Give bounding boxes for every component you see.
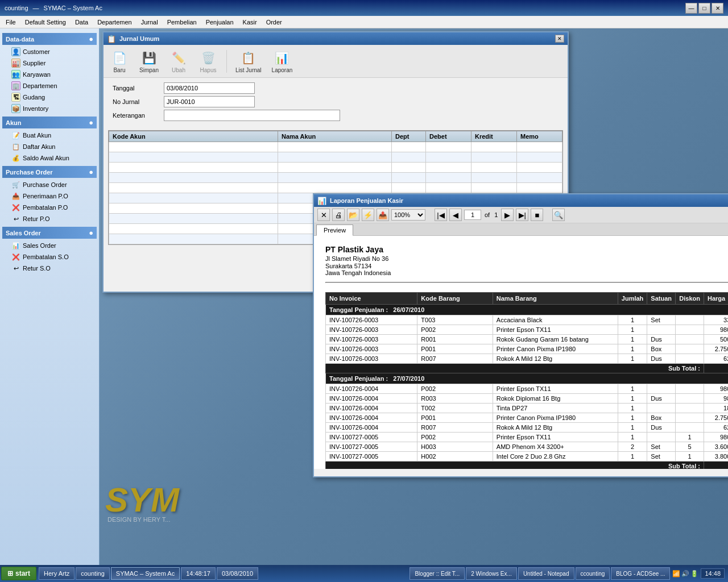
nav-prev-button[interactable]: ◀: [449, 209, 462, 221]
subtotal-value-1: 4...: [704, 364, 729, 373]
sidebar-item-purchase-order[interactable]: 🛒 Purchase Order: [2, 179, 97, 190]
menu-default-setting[interactable]: Default Setting: [20, 18, 71, 27]
sidebar-item-departemen-label: Departemen: [23, 82, 57, 89]
taskbar-item-date[interactable]: 03/08/2010: [217, 567, 258, 580]
table-row: INV-100726-0004 R003 Rokok Diplomat 16 B…: [326, 394, 729, 404]
close-button[interactable]: ✕: [712, 3, 723, 14]
sidebar-item-inventory[interactable]: 📦 Inventory: [2, 103, 97, 114]
sidebar-item-retur-so[interactable]: ↩ Retur S.O: [2, 263, 97, 274]
taskbar-item-hery[interactable]: Hery Artz: [39, 567, 75, 580]
sidebar-item-pembatalan-so[interactable]: ❌ Pembatalan S.O: [2, 251, 97, 263]
nama-cell: Printer Epson TX11: [493, 433, 618, 442]
taskbar-item-counting[interactable]: counting: [76, 567, 110, 580]
toolbar-hapus-button[interactable]: 🗑️ Hapus: [196, 47, 221, 75]
taskbar-tray-blogger[interactable]: Blogger :: Edit T...: [410, 567, 465, 580]
menu-data[interactable]: Data: [71, 18, 93, 27]
nav-stop-button[interactable]: ■: [531, 209, 543, 221]
toolbar-laporan-button[interactable]: 📊 Laporan: [269, 47, 296, 75]
table-row[interactable]: [109, 173, 562, 183]
report-company-name: PT Plastik Jaya: [325, 245, 728, 254]
sidebar-item-penerimaan-po[interactable]: 📥 Penerimaan P.O: [2, 190, 97, 202]
toolbar-cancel-icon[interactable]: ✕: [317, 209, 330, 221]
toolbar-separator: [226, 50, 227, 73]
toolbar-simpan-button[interactable]: 💾 Simpan: [136, 47, 162, 75]
sidebar-item-buat-akun[interactable]: 📝 Buat Akun: [2, 130, 97, 141]
sidebar-item-sales-order[interactable]: 📊 Sales Order: [2, 240, 97, 251]
toolbar-save-icon[interactable]: ⚡: [362, 209, 374, 221]
toolbar-open-icon[interactable]: 📂: [347, 209, 359, 221]
toolbar-export-icon[interactable]: 📤: [377, 209, 389, 221]
taskbar-tray-ccounting[interactable]: ccounting: [576, 567, 610, 580]
taskbar-tray-windows-explorer[interactable]: 2 Windows Ex...: [466, 567, 517, 580]
col-jumlah: Jumlah: [618, 293, 647, 305]
sidebar-item-gudang[interactable]: 🏗 Gudang: [2, 92, 97, 103]
customer-icon: 👤: [11, 47, 20, 56]
keterangan-input[interactable]: [164, 110, 340, 121]
title-right: SYMAC – System Ac: [44, 5, 102, 11]
report-page: PT Plastik Jaya Jl Slamet Riyadi No 36 S…: [314, 236, 728, 469]
menu-kasir[interactable]: Kasir: [238, 18, 262, 27]
menu-penjualan[interactable]: Penjualan: [201, 18, 238, 27]
sidebar-item-supplier[interactable]: 🏭 Supplier: [2, 57, 97, 69]
nav-next-button[interactable]: ▶: [501, 209, 514, 221]
jumlah-cell: 1: [618, 384, 647, 394]
menu-departemen[interactable]: Departemen: [93, 18, 136, 27]
page-number-input[interactable]: [464, 210, 481, 220]
system-tray-icons: 📶 🔊 🔋: [672, 570, 698, 577]
table-row[interactable]: [109, 163, 562, 173]
taskbar: ⊞ start Hery Artz counting SYMAC – Syste…: [0, 565, 728, 582]
watermark-subtext: DESIGN BY HERY T...: [107, 516, 170, 523]
tanggal-input[interactable]: [164, 82, 255, 94]
city-value: Surakarta 57134: [325, 263, 371, 269]
sidebar-item-karyawan[interactable]: 👥 Karyawan: [2, 69, 97, 80]
menu-file[interactable]: File: [1, 18, 20, 27]
sidebar-item-daftar-akun[interactable]: 📋 Daftar Akun: [2, 141, 97, 152]
taskbar-item-hery-label: Hery Artz: [44, 570, 69, 577]
toolbar-ubah-button[interactable]: ✏️ Ubah: [166, 47, 191, 75]
sidebar-item-retur-po[interactable]: ↩ Retur P.O: [2, 213, 97, 225]
hapus-label: Hapus: [200, 67, 217, 73]
jumlah-cell: 1: [618, 404, 647, 413]
toolbar-list-jurnal-button[interactable]: 📋 List Jurnal: [233, 47, 264, 75]
sidebar-item-customer[interactable]: 👤 Customer: [2, 46, 97, 57]
search-icon-button[interactable]: 🔍: [552, 209, 565, 221]
taskbar-item-time[interactable]: 14:48:17: [181, 567, 216, 580]
nav-last-button[interactable]: ▶|: [516, 209, 528, 221]
menu-pembelian[interactable]: Pembelian: [163, 18, 201, 27]
table-row[interactable]: [109, 152, 562, 163]
diskon-cell: [676, 423, 704, 433]
table-row: INV-100727-0005 P002 Printer Epson TX11 …: [326, 433, 729, 442]
laporan-content[interactable]: PT Plastik Jaya Jl Slamet Riyadi No 36 S…: [314, 236, 728, 469]
table-row[interactable]: [109, 142, 562, 152]
retur-so-icon: ↩: [11, 264, 20, 273]
jumlah-cell: 1: [618, 354, 647, 364]
start-button[interactable]: ⊞ start: [1, 567, 36, 580]
zoom-select[interactable]: 100% 75% 150%: [391, 209, 425, 221]
menu-order[interactable]: Order: [262, 18, 287, 27]
ubah-icon: ✏️: [169, 49, 188, 67]
table-row[interactable]: [109, 183, 562, 193]
tab-preview[interactable]: Preview: [316, 225, 353, 236]
satuan-cell: Dus: [647, 423, 676, 433]
diskon-cell: [676, 335, 704, 344]
toolbar-print-icon[interactable]: 🖨: [332, 209, 345, 221]
invoice-cell: INV-100726-0004: [326, 423, 417, 433]
taskbar-item-symac[interactable]: SYMAC – System Ac: [111, 567, 180, 580]
jurnal-titlebar-icon: 📋: [107, 35, 116, 43]
toolbar-baru-button[interactable]: 📄 Baru: [107, 47, 132, 75]
no-jurnal-input[interactable]: [164, 96, 255, 107]
laporan-label: Laporan: [272, 67, 293, 73]
sidebar-item-pembatalan-po[interactable]: ❌ Pembatalan P.O: [2, 202, 97, 213]
taskbar-tray-blog-acdsee[interactable]: BLOG - ACDSee ...: [611, 567, 670, 580]
laporan-tabs: Preview: [314, 223, 728, 236]
menu-jurnal[interactable]: Jurnal: [136, 18, 163, 27]
maximize-button[interactable]: □: [698, 3, 710, 14]
taskbar-tray-notepad[interactable]: Untitled - Notepad: [518, 567, 574, 580]
satuan-cell: [647, 404, 676, 413]
nav-first-button[interactable]: |◀: [435, 209, 447, 221]
kode-cell: P002: [417, 384, 493, 394]
minimize-button[interactable]: —: [685, 3, 697, 14]
sidebar-item-saldo-awal[interactable]: 💰 Saldo Awal Akun: [2, 152, 97, 164]
jurnal-close-button[interactable]: ✕: [555, 35, 564, 43]
sidebar-item-departemen[interactable]: 🏢 Departemen: [2, 80, 97, 92]
